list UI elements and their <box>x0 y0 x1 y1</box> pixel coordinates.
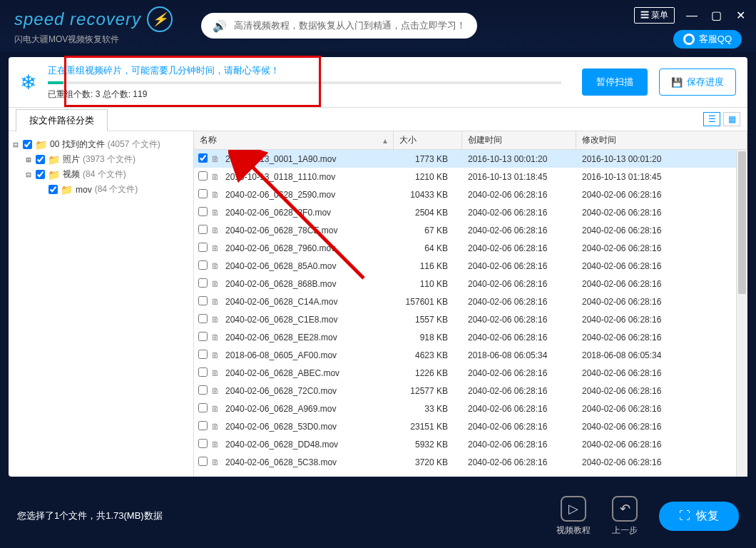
menu-button[interactable]: ☰ 菜单 <box>634 7 675 24</box>
row-checkbox[interactable] <box>198 296 208 305</box>
table-row[interactable]: 🗎2040-02-06_0628_7960.mov64 KB2040-02-06… <box>194 239 747 257</box>
table-row[interactable]: 🗎2040-02-06_0628_78CE.mov67 KB2040-02-06… <box>194 221 747 239</box>
table-row[interactable]: 🗎2040-02-06_0628_2590.mov10433 KB2040-02… <box>194 186 747 203</box>
file-name: 2040-02-06_0628_72C0.mov <box>224 386 394 396</box>
file-modified: 2040-02-06 06:28:16 <box>576 404 747 414</box>
grid-view-toggle[interactable]: ▦ <box>723 112 740 126</box>
col-modified[interactable]: 修改时间 <box>576 131 747 149</box>
save-progress-button[interactable]: 💾 保存进度 <box>659 68 736 96</box>
row-checkbox[interactable] <box>198 367 208 377</box>
file-size: 33 KB <box>394 404 462 414</box>
table-row[interactable]: 🗎2040-02-06_0628_ABEC.mov1226 KB2040-02-… <box>194 364 747 382</box>
file-size: 4623 KB <box>394 350 462 360</box>
table-row[interactable]: 🗎2040-02-06_0628_868B.mov110 KB2040-02-0… <box>194 275 747 293</box>
scrollbar-thumb[interactable] <box>738 151 746 294</box>
app-logo: speed recovery ⚡ <box>14 6 173 32</box>
pause-scan-button[interactable]: 暂停扫描 <box>582 68 648 96</box>
expand-icon[interactable]: ⊞ <box>24 155 33 165</box>
file-created: 2040-02-06 06:28:16 <box>462 208 576 218</box>
expand-icon[interactable]: ⊟ <box>24 170 33 180</box>
row-checkbox[interactable] <box>198 457 208 466</box>
tree-checkbox[interactable] <box>36 155 45 164</box>
app-subtitle: 闪电大疆MOV视频恢复软件 <box>14 34 173 46</box>
file-modified: 2040-02-06 06:28:16 <box>576 440 747 450</box>
tree-root[interactable]: ⊟ 📁 00 找到的文件 (4057 个文件) <box>11 137 190 152</box>
file-modified: 2040-02-06 06:28:16 <box>576 315 747 325</box>
row-checkbox[interactable] <box>198 243 208 252</box>
file-size: 67 KB <box>394 225 462 235</box>
col-created[interactable]: 创建时间 <box>462 131 576 149</box>
tree-checkbox[interactable] <box>48 185 58 194</box>
row-checkbox[interactable] <box>198 189 208 198</box>
file-name: 2040-02-06_0628_53D0.mov <box>224 422 394 432</box>
table-row[interactable]: 🗎2040-02-06_0628_53D0.mov23151 KB2040-02… <box>194 417 747 435</box>
tree-photos[interactable]: ⊞ 📁 照片 (3973 个文件) <box>24 152 190 167</box>
file-created: 2040-02-06 06:28:16 <box>462 243 576 253</box>
col-size[interactable]: 大小 <box>394 131 462 149</box>
logo-area: speed recovery ⚡ 闪电大疆MOV视频恢复软件 <box>14 6 173 46</box>
list-view-toggle[interactable]: ☰ <box>703 112 720 126</box>
table-row[interactable]: 🗎2040-02-06_0628_DD48.mov5932 KB2040-02-… <box>194 435 747 453</box>
row-checkbox[interactable] <box>198 278 208 288</box>
row-checkbox[interactable] <box>198 350 208 359</box>
tree-checkbox[interactable] <box>23 140 32 149</box>
file-modified: 2040-02-06 06:28:16 <box>576 261 747 271</box>
file-created: 2040-02-06 06:28:16 <box>462 297 576 307</box>
row-checkbox[interactable] <box>198 421 208 430</box>
minimize-button[interactable]: — <box>685 9 699 22</box>
tab-by-path[interactable]: 按文件路径分类 <box>16 109 108 131</box>
table-row[interactable]: 🗎2018-06-08_0605_AF00.mov4623 KB2018-06-… <box>194 346 747 364</box>
file-modified: 2040-02-06 06:28:16 <box>576 225 747 235</box>
tree-mov[interactable]: 📁 mov (84 个文件) <box>37 182 190 197</box>
file-icon: 🗎 <box>211 261 224 271</box>
close-button[interactable]: ✕ <box>733 9 747 22</box>
prev-step-button[interactable]: ↶ 上一步 <box>612 496 638 537</box>
scrollbar[interactable] <box>736 150 747 477</box>
tree-label: mov <box>76 185 92 195</box>
row-checkbox[interactable] <box>198 385 208 395</box>
row-checkbox[interactable] <box>198 314 208 323</box>
file-modified: 2016-10-13 01:18:45 <box>576 172 747 182</box>
video-tutorial-button[interactable]: ▷ 视频教程 <box>556 496 591 537</box>
maximize-button[interactable]: ▢ <box>709 9 723 22</box>
file-list[interactable]: 🗎2016-10-13_0001_1A90.mov1773 KB2016-10-… <box>194 150 747 477</box>
row-checkbox[interactable] <box>198 403 208 412</box>
table-row[interactable]: 🗎2040-02-06_0628_85A0.mov116 KB2040-02-0… <box>194 257 747 275</box>
table-row[interactable]: 🗎2040-02-06_0628_5C38.mov3720 KB2040-02-… <box>194 453 747 471</box>
table-row[interactable]: 🗎2040-02-06_0628_C1E8.mov1557 KB2040-02-… <box>194 310 747 328</box>
table-row[interactable]: 🗎2040-02-06_0628_EE28.mov918 KB2040-02-0… <box>194 328 747 346</box>
row-checkbox[interactable] <box>198 207 208 216</box>
table-row[interactable]: 🗎2016-10-13_0001_1A90.mov1773 KB2016-10-… <box>194 150 747 168</box>
file-icon: 🗎 <box>211 333 224 342</box>
expand-icon[interactable]: ⊟ <box>11 140 20 150</box>
row-checkbox[interactable] <box>198 153 208 163</box>
row-checkbox[interactable] <box>198 332 208 341</box>
row-checkbox[interactable] <box>198 260 208 270</box>
table-row[interactable]: 🗎2040-02-06_0628_3F0.mov2504 KB2040-02-0… <box>194 203 747 221</box>
table-row[interactable]: 🗎2040-02-06_0628_C14A.mov157601 KB2040-0… <box>194 293 747 310</box>
tutorial-banner[interactable]: 🔊 高清视频教程，数据恢复从入门到精通，点击立即学习！ <box>201 13 477 39</box>
col-name[interactable]: 名称 ▴ <box>194 131 394 149</box>
tree-videos[interactable]: ⊟ 📁 视频 (84 个文件) <box>24 167 190 182</box>
file-modified: 2040-02-06 06:28:16 <box>576 368 747 378</box>
qq-support-button[interactable]: 客服QQ <box>673 30 742 49</box>
recover-button[interactable]: ⛶ 恢复 <box>659 502 739 531</box>
progress-fill <box>48 81 63 84</box>
file-icon: 🗎 <box>211 350 224 360</box>
folder-icon: 📁 <box>48 154 60 166</box>
main-panel: ❄ 正在重组视频碎片，可能需要几分钟时间，请耐心等候！ 已重组个数: 3 总个数… <box>9 57 747 477</box>
tree-checkbox[interactable] <box>36 170 45 179</box>
status-row: ❄ 正在重组视频碎片，可能需要几分钟时间，请耐心等候！ 已重组个数: 3 总个数… <box>9 57 747 107</box>
file-header: 名称 ▴ 大小 创建时间 修改时间 <box>194 131 747 150</box>
table-row[interactable]: 🗎2040-02-06_0628_A969.mov33 KB2040-02-06… <box>194 400 747 417</box>
file-name: 2040-02-06_0628_C1E8.mov <box>224 315 394 325</box>
table-row[interactable]: 🗎2040-02-06_0628_72C0.mov12577 KB2040-02… <box>194 382 747 400</box>
row-checkbox[interactable] <box>198 171 208 181</box>
window-controls: ☰ 菜单 — ▢ ✕ <box>634 7 747 24</box>
file-size: 1773 KB <box>394 154 462 164</box>
file-name: 2018-06-08_0605_AF00.mov <box>224 350 394 360</box>
row-checkbox[interactable] <box>198 225 208 234</box>
table-row[interactable]: 🗎2016-10-13_0118_1110.mov1210 KB2016-10-… <box>194 168 747 186</box>
file-icon: 🗎 <box>211 190 224 200</box>
row-checkbox[interactable] <box>198 439 208 448</box>
